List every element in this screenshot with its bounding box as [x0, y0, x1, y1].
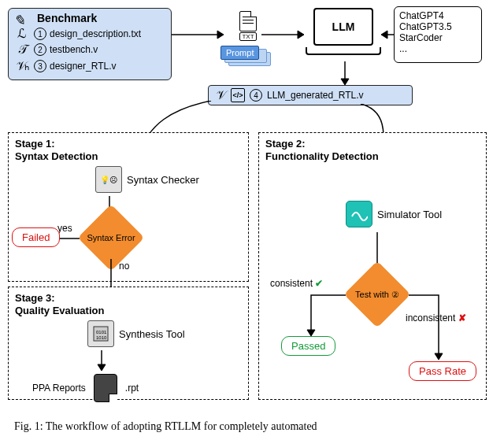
pass-rate-pill: Pass Rate: [409, 361, 476, 381]
arrow: [97, 350, 106, 371]
code-icon: </>: [231, 88, 245, 102]
circled-2: 2: [34, 43, 46, 56]
inconsistent-label: inconsistent ✘: [406, 312, 466, 324]
stage1-box: Stage 1: Syntax Detection 💡☹ Syntax Chec…: [8, 132, 249, 282]
stage3-title2: Quality Evaluation: [15, 305, 242, 317]
llm-item: ChatGPT3.5: [399, 21, 476, 32]
rpt-file-icon: [94, 374, 117, 402]
file-name: design_description.txt: [50, 28, 141, 39]
failed-pill: Failed: [12, 227, 60, 247]
x-icon: ✘: [458, 312, 466, 324]
passed-pill: Passed: [281, 336, 335, 356]
llm-item: ChatGPT4: [399, 10, 476, 21]
llm-item: ...: [399, 43, 476, 54]
circled-4: 4: [250, 89, 262, 102]
syntax-checker-tool: 💡☹ Syntax Checker: [95, 166, 199, 193]
test-diamond: Test with ②: [344, 273, 410, 316]
benchmark-row: 𝒯 2 testbench.v: [13, 43, 166, 57]
svg-text:0101: 0101: [96, 330, 107, 335]
prompt-label: Prompt: [220, 46, 259, 60]
svg-marker-3: [298, 31, 304, 39]
arrow: [261, 30, 304, 39]
arrow: [340, 61, 350, 85]
prompt-stack: Prompt: [220, 46, 259, 60]
check-icon: ✔: [315, 278, 323, 289]
ppa-label: PPA Reports: [32, 383, 86, 394]
svg-marker-24: [435, 353, 443, 360]
benchmark-row: ℒ 1 design_description.txt: [13, 26, 166, 41]
circled-3: 3: [34, 60, 46, 72]
syntax-checker-icon: 💡☹: [95, 166, 122, 193]
arrow: [381, 30, 394, 39]
consistent-label: consistent ✔: [270, 278, 323, 289]
laptop-icon: LLM: [306, 8, 381, 61]
syntax-checker-label: Syntax Checker: [127, 174, 199, 186]
svg-marker-7: [341, 79, 349, 85]
circled-1: 1: [34, 28, 46, 40]
signature-icon: ✎: [13, 12, 25, 29]
llm-item: StarCoder: [399, 32, 476, 43]
diamond-label: Syntax Error: [78, 216, 144, 259]
arrow: [172, 30, 224, 39]
txt-file-icon: TXT: [236, 11, 260, 41]
no-label: no: [119, 261, 129, 272]
synthesis-tool-icon: 01011010: [87, 320, 114, 347]
stage2-title1: Stage 2:: [265, 138, 480, 150]
stage1-title1: Stage 1:: [15, 138, 242, 150]
benchmark-box: ✎ Benchmark ℒ 1 design_description.txt 𝒯…: [8, 8, 172, 80]
stage3-box: Stage 3: Quality Evaluation 01011010 Syn…: [8, 287, 249, 400]
stage3-title1: Stage 3:: [15, 292, 242, 305]
rpt-ext: .rpt: [125, 383, 139, 394]
benchmark-title: Benchmark: [37, 12, 166, 24]
svg-marker-1: [217, 31, 224, 39]
symbol-VH: 𝒱ₕ: [13, 58, 31, 73]
svg-marker-20: [98, 364, 106, 371]
simulator-label: Simulator Tool: [377, 209, 442, 220]
arrow: [409, 290, 448, 361]
simulator-icon: [346, 201, 372, 227]
synthesis-tool: 01011010 Synthesis Tool: [87, 320, 185, 347]
symbol-T: 𝒯: [13, 43, 31, 57]
stage1-title2: Syntax Detection: [15, 150, 242, 163]
stage2-box: Stage 2: Functionality Detection Simulat…: [258, 132, 487, 400]
txt-badge: TXT: [239, 32, 256, 41]
synthesis-tool-label: Synthesis Tool: [119, 328, 185, 340]
file-name: testbench.v: [50, 44, 98, 55]
arrow: [303, 290, 346, 338]
simulator-tool: Simulator Tool: [346, 201, 442, 227]
benchmark-row: 𝒱ₕ 3 designer_RTL.v: [13, 58, 166, 73]
file-name: designer_RTL.v: [50, 61, 117, 72]
generated-rtl-box: 𝒱 </> 4 LLM_generated_RTL.v: [208, 85, 413, 105]
svg-text:1010: 1010: [96, 335, 107, 340]
svg-marker-23: [307, 330, 315, 336]
yes-label: yes: [57, 223, 72, 234]
svg-marker-5: [381, 31, 387, 39]
figure-caption: Fig. 1: The workflow of adopting RTLLM f…: [6, 420, 498, 433]
llm-list-box: ChatGPT4 ChatGPT3.5 StarCoder ...: [394, 6, 482, 63]
workflow-diagram: ✎ Benchmark ℒ 1 design_description.txt 𝒯…: [6, 6, 498, 416]
diamond-label: Test with ②: [344, 273, 410, 316]
file-name: LLM_generated_RTL.v: [267, 90, 364, 101]
syntax-error-diamond: Syntax Error: [78, 216, 144, 259]
ppa-output: PPA Reports .rpt: [32, 374, 139, 402]
stage2-title2: Functionality Detection: [265, 150, 480, 163]
llm-screen-label: LLM: [313, 8, 373, 46]
